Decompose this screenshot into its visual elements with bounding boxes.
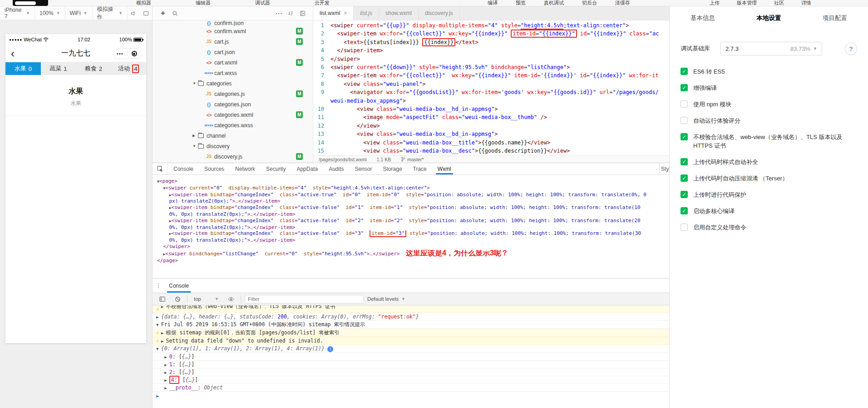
wxml-tree-row[interactable]: ▶<swiper-item bindtap="changeIndex" clas…: [157, 204, 669, 211]
screenshot-icon[interactable]: [140, 6, 152, 20]
code-line[interactable]: 3 <text>{{status[index]}} {{index}}</tex…: [313, 38, 669, 46]
menu-item[interactable]: 清缓存: [615, 0, 630, 6]
details-tab-项目配置[interactable]: 项目配置: [823, 14, 847, 22]
file-tree-item[interactable]: ▶channel: [153, 130, 313, 141]
menu-item[interactable]: 云开发: [315, 0, 330, 6]
console-row[interactable]: ▼ Fri Jul 05 2019 16:53:15 GMT+0800 (中国标…: [153, 321, 669, 329]
menu-item[interactable]: 详情: [801, 0, 811, 6]
wxml-tree[interactable]: ▼<page> ▼<swiper current="0" display-mul…: [153, 175, 669, 278]
code-line[interactable]: 8 <view class="weui-panel">: [313, 80, 669, 88]
console-entries[interactable]: ⚠▶ 不校验合法域名（web-view（业务域名）、TLS 版本以及 HTTPS…: [153, 305, 669, 408]
file-tree-item[interactable]: ▼categories: [153, 78, 313, 89]
file-tree-item[interactable]: <>confirm.wxmlM: [153, 26, 313, 36]
file-tree-item[interactable]: JScategories.jsM: [153, 89, 313, 99]
details-tab-基本信息[interactable]: 基本信息: [690, 14, 715, 22]
menu-item[interactable]: 编辑器: [196, 0, 211, 6]
console-row[interactable]: ▶ 2: [{…}]: [153, 368, 669, 376]
setting-checkbox-row[interactable]: ✓增强编译: [681, 84, 857, 92]
file-tree-item[interactable]: wxsscart.wxss: [153, 68, 313, 78]
devtools-tab-console[interactable]: Console: [168, 163, 199, 174]
devtools-tab-trace[interactable]: Trace: [408, 163, 432, 174]
editor-tab-show.wxml[interactable]: show.wxml: [379, 6, 419, 20]
code-line[interactable]: 11 <image mode="aspectFit" class="weui-m…: [313, 113, 669, 121]
phone-tab-粮食[interactable]: 粮食2: [76, 62, 111, 75]
close-icon[interactable]: ×: [344, 10, 347, 16]
devtools-tab-wxml[interactable]: Wxml: [432, 163, 457, 174]
devtools-tab-security[interactable]: Security: [261, 163, 291, 174]
inspect-element-icon[interactable]: [153, 163, 168, 174]
kebab-menu-icon[interactable]: ⋮: [153, 282, 164, 289]
devtools-tab-sources[interactable]: Sources: [199, 163, 230, 174]
code-line[interactable]: 14 <view class="weui-media-box__title">{…: [313, 139, 669, 147]
wxml-tree-row[interactable]: </page>: [157, 258, 669, 264]
file-tree-item[interactable]: JScart.jsM: [153, 36, 313, 47]
devtools-tab-audits[interactable]: Audits: [323, 163, 349, 174]
phone-tab-蔬菜[interactable]: 蔬菜1: [41, 62, 76, 75]
code-line[interactable]: 13 <view class="weui-media-box__bd_in-ap…: [313, 130, 669, 138]
editor-tab-list.js[interactable]: list.js: [354, 6, 379, 20]
console-tab[interactable]: Console: [164, 279, 193, 293]
menu-item[interactable]: 版本管理: [737, 0, 757, 6]
file-tree-item[interactable]: {}categories.json: [153, 99, 313, 109]
phone-tab-水果[interactable]: 水果0: [5, 62, 41, 75]
editor-tab-discovery.js[interactable]: discovery.js: [419, 6, 460, 20]
collapse-panel-icon[interactable]: [296, 7, 308, 19]
checkbox-icon[interactable]: ✓: [681, 207, 688, 214]
sort-files-icon[interactable]: [285, 7, 296, 19]
wxml-tree-row[interactable]: ▼<page>: [157, 178, 669, 185]
menu-item[interactable]: 真机调试: [544, 0, 564, 6]
code-line[interactable]: 2 <swiper-item wx:for="{{collect}}" wx:k…: [313, 30, 669, 38]
wxml-tree-row[interactable]: ▼<swiper current="0" display-multiple-it…: [157, 185, 669, 192]
menu-item[interactable]: 预览: [516, 0, 526, 6]
checkbox-icon[interactable]: [681, 100, 688, 108]
code-line[interactable]: 12 </view>: [313, 122, 669, 130]
devtools-tab-appdata[interactable]: AppData: [291, 163, 323, 174]
code-line[interactable]: weui-media-box_appmsg">: [313, 97, 669, 105]
code-line[interactable]: 15 <view class="weui-media-box__desc">{{…: [313, 147, 669, 155]
code-line[interactable]: 1<swiper current="{{up}}" display-multip…: [313, 21, 669, 30]
styles-pane-sliver[interactable]: Styles: [659, 163, 669, 174]
clear-console-icon[interactable]: [172, 293, 183, 305]
checkbox-icon[interactable]: ✓: [681, 158, 688, 165]
wxml-tree-row[interactable]: ▶<swiper-item bindtap="changeIndex" clas…: [157, 218, 669, 224]
eye-icon[interactable]: [225, 293, 237, 305]
wxml-tree-row[interactable]: 0%, 0px) translateZ(0px);">…</swiper-ite…: [157, 224, 669, 231]
device-selector[interactable]: iPhone 7▼: [0, 6, 35, 20]
editor-tab-list.wxml[interactable]: list.wxml×: [313, 6, 354, 20]
add-file-icon[interactable]: +: [157, 7, 169, 19]
context-selector[interactable]: top▼: [191, 295, 222, 303]
file-tree-item[interactable]: <>categories.wxmlM: [153, 109, 313, 120]
code-line[interactable]: 5</swiper>: [313, 55, 669, 63]
menu-item[interactable]: 切后台: [582, 0, 597, 6]
devtools-tab-network[interactable]: Network: [230, 163, 261, 174]
network-selector[interactable]: WiFi▼: [65, 6, 93, 20]
console-row[interactable]: ▼ {0: Array(1), 1: Array(1), 2: Array(1)…: [153, 345, 669, 353]
search-icon[interactable]: [169, 7, 181, 19]
wxml-tree-row[interactable]: </swiper>: [157, 244, 669, 250]
wxml-tree-row[interactable]: 0%, 0px) translateZ(0px);">…</swiper-ite…: [157, 211, 669, 218]
checkbox-icon[interactable]: ✓: [681, 174, 688, 182]
help-button[interactable]: ?: [845, 43, 857, 55]
simulate-menu[interactable]: 模拟操作▼: [93, 6, 128, 20]
phone-tab-活动[interactable]: 活动4: [111, 62, 147, 75]
wxml-tree-row[interactable]: px) translateZ(0px);">…</swiper-item>: [157, 198, 669, 204]
code-line[interactable]: 10 <view class="weui-media-box__hd_in-ap…: [313, 105, 669, 113]
details-tab-本地设置[interactable]: 本地设置: [757, 14, 781, 22]
checkbox-icon[interactable]: ✓: [681, 68, 688, 75]
menu-item[interactable]: 模拟器: [136, 0, 151, 6]
checkbox-icon[interactable]: ✓: [681, 191, 688, 198]
devtools-tab-storage[interactable]: Storage: [378, 163, 408, 174]
checkbox-icon[interactable]: ✓: [681, 133, 688, 140]
checkbox-icon[interactable]: [681, 117, 688, 124]
code-line[interactable]: 4 </swiper-item>: [313, 46, 669, 55]
console-filter-input[interactable]: [245, 295, 364, 304]
log-levels-selector[interactable]: Default levels▼: [367, 296, 405, 302]
code-area[interactable]: 1<swiper current="{{up}}" display-multip…: [313, 20, 669, 155]
setting-checkbox-row[interactable]: ✓上传代码时样式自动补全: [681, 158, 857, 166]
menu-item[interactable]: 调试器: [255, 0, 270, 6]
console-row[interactable]: ⚠▶ 根据 sitemap 的规则[0]，当前页面 [pages/goods/l…: [153, 329, 669, 337]
setting-checkbox-row[interactable]: 启用自定义处理命令: [681, 223, 857, 232]
console-row[interactable]: ▶ 1: [{…}]: [153, 361, 669, 368]
setting-checkbox-row[interactable]: ✓上传代码时自动压缩混淆 （Terser）: [681, 174, 857, 183]
console-row[interactable]: ▶ {data: {…}, header: {…}, statusCode: 2…: [153, 313, 669, 321]
